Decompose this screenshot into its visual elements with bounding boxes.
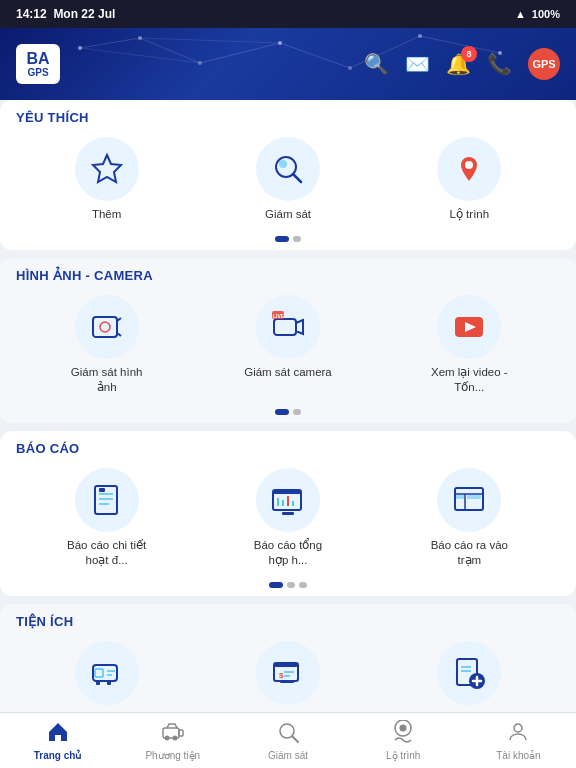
dot-1 bbox=[269, 582, 283, 588]
bao-cao-icon-1[interactable] bbox=[256, 468, 320, 532]
svg-line-8 bbox=[140, 38, 200, 63]
monitor-icon bbox=[276, 720, 300, 748]
hinh-anh-icon-video[interactable] bbox=[437, 295, 501, 359]
section-bao-cao-items: Báo cáo chi tiết hoạt đ... Báo cáo tổng … bbox=[0, 462, 576, 578]
yeu-thich-icon-giamsat[interactable] bbox=[256, 137, 320, 201]
app-header: BA GPS 🔍 ✉️ 🔔 8 📞 GPS bbox=[0, 28, 576, 100]
dot-2 bbox=[287, 582, 295, 588]
dot-3 bbox=[299, 582, 307, 588]
svg-line-13 bbox=[80, 48, 200, 63]
logo-ba-text: BA bbox=[26, 50, 49, 68]
svg-point-19 bbox=[465, 161, 473, 169]
svg-line-10 bbox=[280, 43, 350, 68]
svg-text:$: $ bbox=[279, 671, 284, 680]
svg-rect-48 bbox=[96, 681, 100, 685]
hinh-anh-label-0: Giám sát hình ảnh bbox=[62, 365, 152, 395]
yeu-thich-dots bbox=[0, 232, 576, 250]
phone-button[interactable]: 📞 bbox=[487, 52, 512, 76]
svg-point-5 bbox=[418, 34, 422, 38]
user-avatar[interactable]: GPS bbox=[528, 48, 560, 80]
hinh-anh-item-0[interactable]: Giám sát hình ảnh bbox=[16, 295, 197, 395]
svg-point-0 bbox=[78, 46, 82, 50]
tien-ich-item-2[interactable]: Nhập thông tin giấy tờ bbox=[379, 641, 560, 712]
main-content[interactable]: YÊU THÍCH Thêm Giám sát bbox=[0, 100, 576, 712]
section-hinh-anh: HÌNH ẢNH - CAMERA Giám sát hình ảnh bbox=[0, 258, 576, 423]
svg-point-84 bbox=[514, 724, 522, 732]
section-hinh-anh-items: Giám sát hình ảnh LIVE Giám sát camera bbox=[0, 289, 576, 405]
bao-cao-icon-0[interactable] bbox=[75, 468, 139, 532]
svg-point-4 bbox=[348, 66, 352, 70]
bao-cao-item-0[interactable]: Báo cáo chi tiết hoạt đ... bbox=[16, 468, 197, 568]
svg-line-14 bbox=[140, 38, 280, 43]
svg-point-77 bbox=[164, 736, 169, 741]
hinh-anh-label-2: Xem lại video - Tốn... bbox=[424, 365, 514, 395]
mail-button[interactable]: ✉️ bbox=[405, 52, 430, 76]
search-button[interactable]: 🔍 bbox=[364, 52, 389, 76]
account-icon bbox=[506, 720, 530, 748]
section-hinh-anh-title: HÌNH ẢNH - CAMERA bbox=[0, 258, 576, 289]
hinh-anh-item-1[interactable]: LIVE Giám sát camera bbox=[197, 295, 378, 395]
hinh-anh-icon-camera[interactable]: LIVE bbox=[256, 295, 320, 359]
bao-cao-item-1[interactable]: Báo cáo tổng hợp h... bbox=[197, 468, 378, 568]
bao-cao-label-0: Báo cáo chi tiết hoạt đ... bbox=[62, 538, 152, 568]
svg-line-7 bbox=[80, 38, 140, 48]
yeu-thich-item-1[interactable]: Giám sát bbox=[197, 137, 378, 222]
bao-cao-label-1: Báo cáo tổng hợp h... bbox=[243, 538, 333, 568]
bao-cao-dots bbox=[0, 578, 576, 596]
tien-ich-icon-1[interactable]: $ bbox=[256, 641, 320, 705]
section-yeu-thich: YÊU THÍCH Thêm Giám sát bbox=[0, 100, 576, 250]
tien-ich-item-0[interactable]: Danh sách phương tiện bbox=[16, 641, 197, 712]
svg-line-17 bbox=[293, 174, 301, 182]
svg-line-81 bbox=[292, 736, 298, 742]
svg-rect-30 bbox=[95, 486, 117, 514]
dot-1 bbox=[275, 409, 289, 415]
nav-lo-trinh[interactable]: Lộ trình bbox=[346, 714, 461, 767]
bell-button[interactable]: 🔔 8 bbox=[446, 52, 471, 76]
battery-icon: 100% bbox=[532, 8, 560, 20]
bottom-nav: Trang chủ Phương tiện Giám sát bbox=[0, 712, 576, 768]
svg-rect-46 bbox=[467, 495, 481, 499]
nav-phuong-tien-label: Phương tiện bbox=[145, 750, 200, 761]
svg-point-3 bbox=[278, 41, 282, 45]
wifi-icon: ▲ bbox=[515, 8, 526, 20]
logo-gps-text: GPS bbox=[27, 67, 48, 78]
tien-ich-item-1[interactable]: $ Thông tin phí bbox=[197, 641, 378, 712]
yeu-thich-icon-them[interactable] bbox=[75, 137, 139, 201]
yeu-thich-label-them: Thêm bbox=[92, 207, 121, 222]
notification-badge: 8 bbox=[461, 46, 477, 62]
hinh-anh-icon-giamdsat[interactable] bbox=[75, 295, 139, 359]
nav-lo-trinh-label: Lộ trình bbox=[386, 750, 420, 761]
header-icon-group: 🔍 ✉️ 🔔 8 📞 GPS bbox=[364, 48, 560, 80]
route-icon bbox=[391, 720, 415, 748]
svg-point-78 bbox=[172, 736, 177, 741]
tien-ich-icon-2[interactable] bbox=[437, 641, 501, 705]
dot-1 bbox=[275, 236, 289, 242]
nav-giam-sat[interactable]: Giám sát bbox=[230, 714, 345, 767]
app-logo: BA GPS bbox=[16, 44, 60, 84]
nav-phuong-tien[interactable]: Phương tiện bbox=[115, 714, 230, 767]
section-bao-cao-title: BÁO CÁO bbox=[0, 431, 576, 462]
svg-point-2 bbox=[198, 61, 202, 65]
svg-rect-55 bbox=[280, 681, 294, 683]
bao-cao-item-2[interactable]: Báo cáo ra vào trạm bbox=[379, 468, 560, 568]
yeu-thich-item-2[interactable]: Lộ trình bbox=[379, 137, 560, 222]
yeu-thich-icon-lotrinh[interactable] bbox=[437, 137, 501, 201]
status-bar: 14:12 Mon 22 Jul ▲ 100% bbox=[0, 0, 576, 28]
yeu-thich-item-0[interactable]: Thêm bbox=[16, 137, 197, 222]
nav-trang-chu[interactable]: Trang chủ bbox=[0, 714, 115, 767]
bao-cao-icon-2[interactable] bbox=[437, 468, 501, 532]
logo-box: BA GPS bbox=[16, 44, 60, 84]
svg-point-21 bbox=[100, 322, 110, 332]
svg-rect-47 bbox=[93, 665, 117, 681]
tien-ich-icon-0[interactable] bbox=[75, 641, 139, 705]
yeu-thich-label-giamsat: Giám sát bbox=[265, 207, 311, 222]
svg-rect-79 bbox=[179, 730, 183, 736]
svg-marker-15 bbox=[93, 155, 121, 182]
svg-rect-45 bbox=[456, 495, 464, 499]
bao-cao-label-2: Báo cáo ra vào trạm bbox=[424, 538, 514, 568]
vehicle-icon bbox=[161, 720, 185, 748]
nav-tai-khoan[interactable]: Tài khoản bbox=[461, 714, 576, 767]
hinh-anh-dots bbox=[0, 405, 576, 423]
status-indicators: ▲ 100% bbox=[515, 8, 560, 20]
hinh-anh-item-2[interactable]: Xem lại video - Tốn... bbox=[379, 295, 560, 395]
